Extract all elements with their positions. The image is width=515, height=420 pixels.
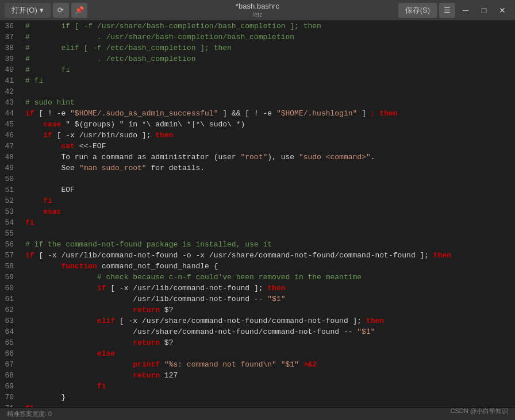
file-title: *bash.bashrc — [236, 2, 279, 11]
code-token: "man sudo_root" — [79, 163, 147, 174]
line-number: 47 — [0, 141, 17, 152]
line-number: 60 — [0, 283, 17, 294]
table-row: To run a command as administrator (user … — [25, 152, 515, 163]
code-token: ] && [ ! -e — [218, 108, 276, 119]
line-number: 36 — [0, 21, 17, 32]
code-token — [25, 337, 133, 348]
code-token — [25, 272, 97, 283]
code-token: >&2 — [303, 359, 317, 370]
code-token: EOF — [25, 184, 75, 195]
table-row: /usr/lib/command-not-found -- "$1" — [25, 294, 515, 305]
code-token — [25, 370, 133, 381]
code-token: See — [25, 163, 79, 174]
code-token: "$1" — [267, 294, 285, 305]
code-token — [299, 359, 303, 370]
code-token: # elif [ -f /etc/bash_completion ]; then — [25, 43, 232, 53]
line-number: 59 — [0, 272, 17, 283]
code-token: "$HOME/.hushlogin" — [276, 108, 357, 119]
open-button[interactable]: 打开(O) ▾ — [5, 3, 51, 18]
code-token: then — [366, 315, 384, 326]
line-number: 68 — [0, 370, 17, 381]
code-token — [25, 119, 43, 130]
table-row: cat <<-EOF — [25, 141, 515, 152]
code-token: # if [ -f /usr/share/bash-completion/bas… — [25, 21, 321, 32]
table-row — [25, 174, 515, 184]
table-row: EOF — [25, 184, 515, 195]
line-number: 64 — [0, 326, 17, 337]
code-token: then — [267, 283, 285, 294]
line-number: 55 — [0, 228, 17, 239]
code-token: # . /usr/share/bash-completion/bash_comp… — [25, 32, 294, 43]
table-row: else — [25, 348, 515, 359]
table-row: return $? — [25, 305, 515, 315]
minimize-button[interactable]: ─ — [458, 3, 474, 18]
code-token: [ -x /usr/lib/command-not-found ]; — [106, 283, 267, 294]
code-token: . — [371, 152, 375, 163]
code-token: <<-EOF — [75, 141, 106, 152]
table-row: if [ ! -e "$HOME/.sudo_as_admin_successf… — [25, 108, 515, 119]
status-text: 精准答案宽度: 0 — [7, 410, 52, 418]
code-token: if — [25, 250, 34, 261]
code-token: if — [25, 108, 34, 119]
table-row: case " $(groups) " in *\ admin\ *|*\ sud… — [25, 119, 515, 130]
code-token: [ -x /usr/lib/command-not-found -o -x /u… — [34, 250, 433, 261]
code-token: # sudo hint — [25, 97, 75, 108]
line-number: 69 — [0, 381, 17, 392]
code-token: else — [97, 348, 115, 359]
code-token: "root" — [240, 152, 267, 163]
line-number: 53 — [0, 206, 17, 217]
history-button[interactable]: ⟳ — [53, 3, 69, 18]
code-token: $? — [160, 337, 173, 348]
line-number: 65 — [0, 337, 17, 348]
line-number: 58 — [0, 261, 17, 272]
table-row: See "man sudo_root" for details. — [25, 163, 515, 174]
table-row: /usr/share/command-not-found/command-not… — [25, 326, 515, 337]
code-token: /usr/lib/command-not-found -- — [25, 294, 267, 305]
code-token — [160, 359, 164, 370]
table-row: # . /etc/bash_completion — [25, 53, 515, 64]
maximize-button[interactable]: □ — [476, 3, 492, 18]
line-number: 62 — [0, 305, 17, 315]
code-token: fi — [97, 381, 106, 392]
line-number: 54 — [0, 217, 17, 228]
line-number: 57 — [0, 250, 17, 261]
code-token — [25, 381, 97, 392]
code-token: [ -x /usr/bin/sudo ]; — [52, 130, 155, 141]
code-token: esac — [43, 206, 61, 217]
code-token: case — [43, 119, 61, 130]
line-number: 42 — [0, 86, 17, 97]
code-token — [25, 206, 43, 217]
code-token: # fi — [25, 64, 70, 75]
code-token: printf — [133, 359, 160, 370]
table-row — [25, 228, 515, 239]
table-row: if [ -x /usr/lib/command-not-found -o -x… — [25, 250, 515, 261]
code-content[interactable]: # if [ -f /usr/share/bash-completion/bas… — [21, 21, 515, 407]
line-number: 50 — [0, 174, 17, 184]
line-number: 46 — [0, 130, 17, 141]
code-token — [276, 359, 281, 370]
close-button[interactable]: ✕ — [494, 3, 510, 18]
code-token: for details. — [147, 163, 205, 174]
pin-button[interactable]: 📌 — [71, 3, 87, 18]
editor-area: 3637383940414243444546474849505152535455… — [0, 21, 515, 407]
file-subtitle: /etc — [236, 11, 279, 18]
line-numbers: 3637383940414243444546474849505152535455… — [0, 21, 21, 407]
save-button[interactable]: 保存(S) — [398, 3, 437, 18]
code-token: function — [61, 261, 97, 272]
code-token — [25, 315, 97, 326]
code-token: command_not_found_handle { — [97, 261, 218, 272]
line-number: 70 — [0, 392, 17, 403]
table-row: # fi — [25, 75, 515, 86]
code-token: # check because c-n-f could've been remo… — [97, 272, 362, 283]
table-row: # elif [ -f /etc/bash_completion ]; then — [25, 43, 515, 53]
line-number: 49 — [0, 163, 17, 174]
code-token: # fi — [25, 75, 43, 86]
table-row: if [ -x /usr/bin/sudo ]; then — [25, 130, 515, 141]
code-token: fi — [25, 403, 34, 407]
menu-button[interactable]: ☰ — [439, 3, 455, 18]
line-number: 37 — [0, 32, 17, 43]
line-number: 66 — [0, 348, 17, 359]
line-number: 51 — [0, 184, 17, 195]
table-row: # sudo hint — [25, 97, 515, 108]
code-token: ] — [357, 108, 370, 119]
